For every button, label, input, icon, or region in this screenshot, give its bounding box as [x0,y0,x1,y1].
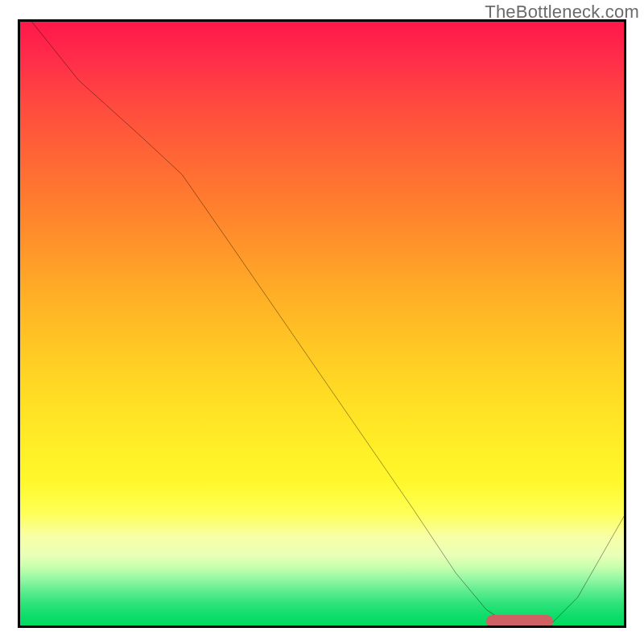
chart-curve [18,19,626,628]
bottleneck-curve-path [30,19,626,625]
chart-frame [18,19,626,628]
optimal-range-pill [486,615,553,628]
